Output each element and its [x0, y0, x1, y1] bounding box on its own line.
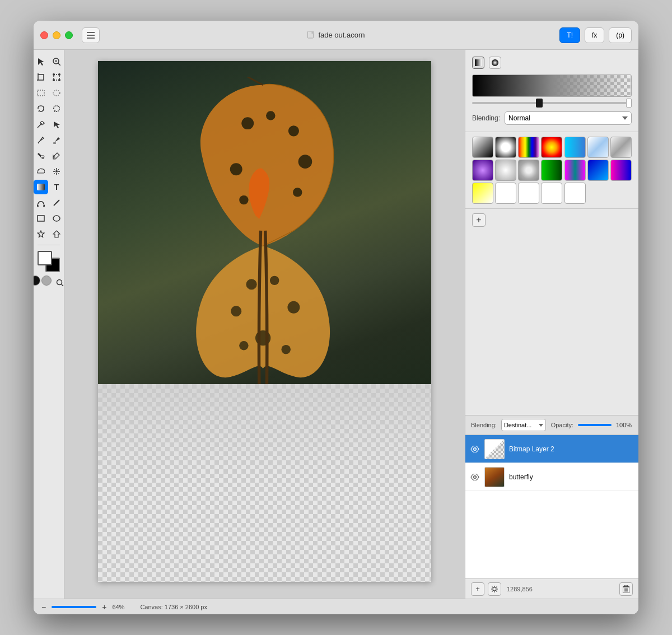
- tool-group-6: [34, 133, 64, 147]
- zoom-plus-button[interactable]: +: [101, 603, 108, 611]
- search-icon: [56, 279, 64, 287]
- zoom-slider[interactable]: [52, 606, 96, 608]
- svg-point-60: [231, 306, 241, 316]
- select-tool[interactable]: [49, 117, 64, 132]
- gradient-blending-select[interactable]: Normal Multiply Screen Overlay: [505, 111, 632, 125]
- rect-shape-tool[interactable]: [34, 211, 48, 226]
- sparkle-tool[interactable]: [49, 164, 64, 179]
- preset-bw[interactable]: [472, 137, 493, 158]
- gradient-thumb-left[interactable]: [536, 99, 543, 108]
- magic-wand-tool[interactable]: [34, 117, 48, 132]
- layer-thumb-butterfly: [484, 467, 505, 487]
- preset-empty-4[interactable]: [564, 183, 586, 204]
- gradient-thumb-right[interactable]: [626, 99, 632, 108]
- preset-fire[interactable]: [541, 137, 562, 158]
- layer-item-bitmap[interactable]: Bitmap Layer 2: [465, 435, 638, 463]
- preset-ice[interactable]: [587, 137, 609, 158]
- preset-empty-3[interactable]: [541, 183, 562, 204]
- pen-tool[interactable]: [34, 133, 48, 147]
- arrow-tool[interactable]: [34, 54, 48, 69]
- layer-item-butterfly[interactable]: butterfly: [465, 463, 638, 491]
- black-circle-btn[interactable]: [34, 276, 40, 286]
- preset-gray-radial[interactable]: [518, 160, 539, 181]
- paint-bucket-tool[interactable]: [34, 148, 48, 163]
- brush-tool[interactable]: [49, 133, 64, 147]
- gradient-tool[interactable]: [34, 180, 48, 194]
- radial-gradient-btn[interactable]: [489, 57, 501, 69]
- preset-empty-2[interactable]: [518, 183, 539, 204]
- ellipse-shape-tool[interactable]: [49, 211, 64, 226]
- bezier-tool[interactable]: [34, 195, 48, 210]
- preset-blue[interactable]: [587, 160, 609, 181]
- preset-green[interactable]: [541, 160, 562, 181]
- sidebar-toggle-button[interactable]: [82, 27, 100, 43]
- preset-empty-1[interactable]: [495, 183, 516, 204]
- brush-icon: [53, 136, 60, 144]
- gradient-preview[interactable]: [472, 74, 632, 97]
- app-window: fade out.acorn T! fx (p): [34, 21, 638, 614]
- close-button[interactable]: [40, 31, 48, 39]
- canvas-area[interactable]: [64, 50, 465, 599]
- svg-point-41: [37, 205, 39, 207]
- status-bar: − + 64% Canvas: 1736 × 2600 px: [34, 599, 638, 614]
- preset-cool[interactable]: [564, 137, 586, 158]
- zoom-minus-button[interactable]: −: [40, 603, 47, 611]
- preset-bw-radial[interactable]: [495, 137, 516, 158]
- search-tool[interactable]: [53, 276, 64, 290]
- magic-lasso-tool[interactable]: [49, 101, 64, 116]
- text-tool[interactable]: T: [49, 180, 64, 194]
- layer-name-butterfly: butterfly: [509, 473, 634, 481]
- arrow-shape-tool[interactable]: [49, 227, 64, 241]
- svg-line-49: [62, 284, 64, 287]
- layer-visibility-butterfly[interactable]: [470, 472, 480, 482]
- blending-label: Blending:: [472, 114, 500, 122]
- fx-button[interactable]: fx: [585, 27, 604, 43]
- ellipse-select-icon: [53, 90, 60, 96]
- crop-tool[interactable]: [34, 70, 48, 85]
- rect-select-tool[interactable]: [34, 86, 48, 100]
- layer-thumb-bitmap: [484, 439, 505, 459]
- line-tool[interactable]: [49, 195, 64, 210]
- gray-circle-btn[interactable]: [41, 276, 52, 286]
- crop-icon: [37, 73, 45, 81]
- preset-pink-blue[interactable]: [610, 160, 632, 181]
- gradient-type-row: [472, 57, 632, 69]
- svg-marker-47: [53, 231, 60, 237]
- opacity-slider[interactable]: [578, 424, 612, 426]
- svg-rect-40: [37, 184, 45, 190]
- preset-rainbow[interactable]: [518, 137, 539, 158]
- pencil-tool[interactable]: [49, 148, 64, 163]
- preset-multicolor[interactable]: [564, 160, 586, 181]
- preset-white-center[interactable]: [495, 160, 516, 181]
- canvas-info: Canvas: 1736 × 2600 px: [140, 604, 207, 610]
- lasso-tool[interactable]: [34, 101, 48, 116]
- tool-row-bottom: [34, 276, 64, 290]
- p-button[interactable]: (p): [609, 27, 632, 43]
- preset-purple[interactable]: [472, 160, 493, 181]
- color-swatch-area: [38, 251, 60, 272]
- preset-metal[interactable]: [610, 137, 632, 158]
- preset-yellow[interactable]: [472, 183, 493, 204]
- layer-visibility-bitmap[interactable]: [470, 444, 480, 454]
- transform-tool[interactable]: [49, 70, 64, 85]
- layers-blending-select[interactable]: Destinat... Normal Multiply: [501, 419, 546, 431]
- star-tool[interactable]: [34, 227, 48, 241]
- minimize-button[interactable]: [53, 31, 60, 39]
- ellipse-select-tool[interactable]: [49, 86, 64, 100]
- zoom-percent: 64%: [112, 604, 124, 610]
- add-preset-button[interactable]: +: [472, 213, 486, 227]
- tools-button[interactable]: T!: [559, 27, 580, 43]
- tool-group-1: [34, 54, 64, 69]
- layer-settings-button[interactable]: [488, 582, 501, 596]
- cloud-tool[interactable]: [34, 164, 48, 179]
- delete-layer-button[interactable]: [619, 582, 633, 596]
- zoom-tool[interactable]: [49, 54, 64, 69]
- arrow-icon: [38, 58, 44, 66]
- linear-gradient-btn[interactable]: [472, 57, 484, 69]
- add-layer-button[interactable]: +: [471, 582, 484, 596]
- svg-line-7: [58, 63, 60, 66]
- linear-gradient-icon: [475, 59, 482, 66]
- foreground-color-swatch[interactable]: [38, 251, 52, 265]
- maximize-button[interactable]: [65, 31, 73, 39]
- magic-lasso-icon: [53, 105, 60, 113]
